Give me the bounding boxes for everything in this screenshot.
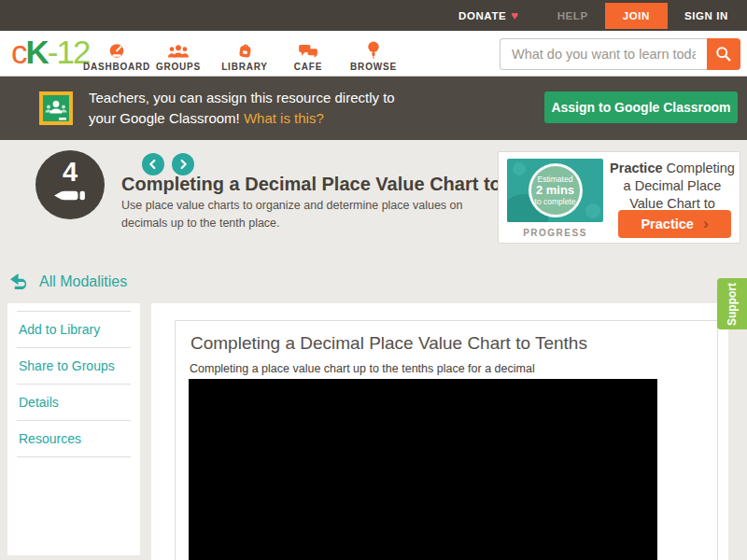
practice-card: Estimated 2 mins to complete PROGRESS Pr… [498, 151, 740, 244]
sidebar-item-details[interactable]: Details [17, 385, 131, 421]
main-header: cK-12 DASHBOARD GROUPS LIBRARY CAFE BROW… [0, 31, 747, 77]
library-backpack-icon [236, 41, 254, 59]
sidebar-item-add-to-library[interactable]: Add to Library [17, 311, 131, 348]
arrow-right-icon: › [703, 215, 709, 232]
search-input[interactable] [500, 38, 707, 70]
sidebar-item-share-to-groups[interactable]: Share to Groups [17, 348, 131, 385]
progress-label: PROGRESS [507, 228, 603, 238]
donate-label: DONATE [458, 10, 506, 21]
nav-cafe[interactable]: CAFE [282, 36, 334, 72]
pattern-dot [513, 162, 526, 175]
signin-link[interactable]: SIGN IN [684, 10, 728, 21]
support-tab[interactable]: Support [717, 278, 747, 329]
nav-groups[interactable]: GROUPS [149, 36, 207, 72]
lesson-number: 4 [35, 157, 105, 188]
donate-link[interactable]: DONATE♥ [458, 8, 519, 22]
ck12-logo[interactable]: cK-12 [11, 34, 89, 71]
search-form [500, 38, 740, 70]
chevron-right-icon [176, 157, 190, 172]
google-classroom-icon [39, 91, 73, 125]
all-modalities-link[interactable]: All Modalities [9, 273, 127, 290]
estimate-circle: Estimated 2 mins to complete [529, 163, 583, 217]
assign-classroom-button[interactable]: Assign to Google Classroom [544, 91, 738, 123]
crayon-icon [53, 189, 87, 202]
content-title: Completing a Decimal Place Value Chart t… [190, 333, 587, 354]
prev-concept-button[interactable] [142, 153, 164, 175]
video-player[interactable] [189, 379, 657, 560]
nav-library[interactable]: LIBRARY [213, 36, 276, 72]
practice-button[interactable]: Practice› [618, 210, 731, 238]
back-arrow-icon [9, 273, 31, 290]
cafe-chat-icon [298, 43, 319, 59]
join-button[interactable]: JOIN [605, 3, 668, 29]
pattern-dot [585, 203, 600, 218]
dashboard-gauge-icon [107, 43, 126, 59]
top-bar: DONATE♥ HELP JOIN SIGN IN [0, 0, 747, 31]
content-card: Completing a Decimal Place Value Chart t… [175, 320, 718, 560]
nav-browse[interactable]: BROWSE [342, 36, 405, 72]
what-is-this-link[interactable]: What is this? [244, 110, 324, 126]
nav-dashboard[interactable]: DASHBOARD [82, 36, 151, 72]
page: DONATE♥ HELP JOIN SIGN IN cK-12 DASHBOAR… [0, 0, 747, 560]
search-icon [715, 46, 732, 63]
lesson-description: Use place value charts to organize and d… [121, 197, 493, 233]
lesson-number-badge: 4 [35, 150, 105, 219]
banner-text: Teachers, you can assign this resource d… [89, 88, 395, 129]
actions-sidebar: Add to Library Share to Groups Details R… [7, 303, 140, 555]
classroom-banner: Teachers, you can assign this resource d… [0, 77, 747, 140]
heart-icon: ♥ [511, 8, 518, 22]
sidebar-item-resources[interactable]: Resources [17, 421, 131, 457]
search-button[interactable] [707, 38, 740, 70]
help-link[interactable]: HELP [557, 10, 588, 21]
content-subtitle: Completing a place value chart up to the… [190, 362, 535, 375]
chevron-left-icon [146, 157, 161, 172]
browse-bulb-icon [367, 41, 380, 59]
next-concept-button[interactable] [172, 153, 194, 175]
groups-people-icon [167, 44, 190, 59]
practice-thumbnail[interactable]: Estimated 2 mins to complete [507, 159, 603, 222]
